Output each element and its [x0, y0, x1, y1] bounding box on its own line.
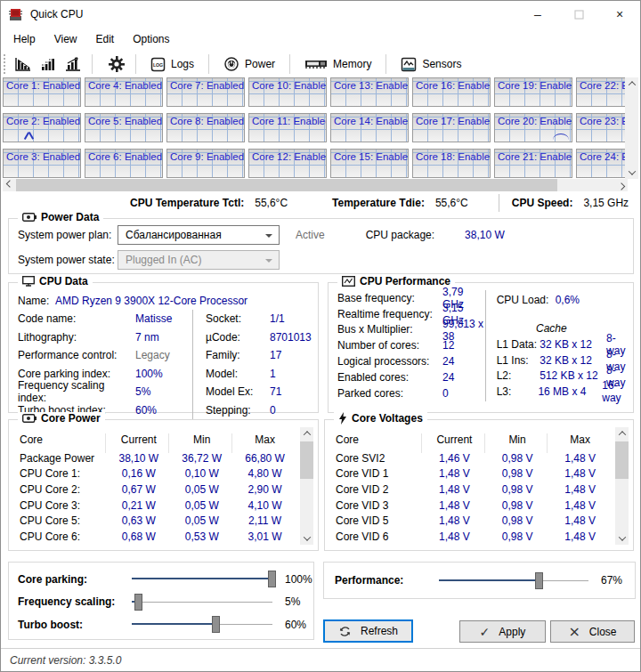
scroll-up-button[interactable]: [615, 427, 629, 440]
core-power-scrollbar[interactable]: [300, 427, 313, 545]
table-row: Core VID 3 1,48 V 0,98 V 1,48 V: [329, 498, 612, 514]
core-cell[interactable]: Core 8: Enabled: [166, 113, 245, 142]
table-row: Core VID 1 1,48 V 0,98 V 1,48 V: [329, 466, 612, 482]
chart-ascending-icon[interactable]: [38, 55, 58, 73]
core-cell-label: Core 18: Enabled: [413, 150, 490, 162]
current-value: 1,48 V: [423, 467, 486, 480]
cpu-data-row: Socket: 1/1: [206, 310, 318, 328]
core-grid-vertical-scrollbar[interactable]: [625, 77, 638, 179]
cache-size: 512 KB x 12: [540, 369, 606, 382]
slider[interactable]: [132, 571, 272, 587]
power-plan-select[interactable]: Сбалансированная: [118, 225, 280, 245]
menu-item[interactable]: Help: [13, 33, 36, 45]
vertical-scroll-thumb[interactable]: [300, 441, 313, 479]
performance-label: Performance:: [335, 574, 439, 587]
core-cell[interactable]: Core 17: Enabled: [412, 113, 491, 142]
row-value: 24: [442, 371, 454, 384]
sensors-button[interactable]: Sensors: [395, 54, 467, 75]
core-cell[interactable]: Core 24: Enabled: [576, 149, 627, 178]
core-cell[interactable]: Core 13: Enabled: [330, 77, 409, 107]
menu-item[interactable]: View: [54, 33, 77, 45]
close-action-button[interactable]: × Close: [550, 620, 635, 643]
core-cell[interactable]: Core 20: Enabled: [494, 113, 572, 142]
core-voltages-scrollbar[interactable]: [615, 427, 629, 545]
cpu-data-row: Model: 1: [206, 365, 318, 384]
table-row: Core SVI2 1,46 V 0,98 V 1,48 V: [329, 450, 612, 466]
cpu-data-row: Family: 17: [206, 346, 318, 365]
slider[interactable]: [132, 594, 272, 611]
settings-gear-icon[interactable]: [107, 55, 126, 73]
current-value: 0,63 W: [107, 514, 170, 527]
power-icon: [223, 56, 239, 72]
chart-trend-icon[interactable]: [63, 55, 83, 73]
core-cell[interactable]: Core 21: Enabled: [494, 149, 572, 178]
app-icon: [8, 7, 23, 22]
toolbar-separator: [289, 54, 290, 74]
memory-button[interactable]: Memory: [299, 55, 377, 73]
core-grid-horizontal-scrollbar[interactable]: [3, 179, 628, 191]
scroll-down-button[interactable]: [300, 532, 313, 545]
power-button[interactable]: Power: [218, 53, 280, 75]
core-cell[interactable]: Core 3: Enabled: [3, 149, 81, 178]
core-cell[interactable]: Core 10: Enabled: [248, 77, 327, 107]
row-label: Number of cores:: [337, 339, 442, 352]
core-cell[interactable]: Core 12: Enabled: [248, 149, 327, 178]
core-cell[interactable]: Core 9: Enabled: [166, 149, 245, 178]
row-label: Performance control:: [18, 349, 135, 361]
menu-item[interactable]: Options: [133, 33, 169, 45]
minimize-button[interactable]: –: [517, 1, 558, 28]
menu-item[interactable]: Edit: [95, 33, 114, 45]
row-label: Core parking index:: [18, 368, 135, 380]
slider[interactable]: [132, 616, 272, 633]
core-cell[interactable]: Core 23: Enabled: [576, 113, 627, 142]
core-cell[interactable]: Core 11: Enabled: [248, 113, 327, 142]
row-label: Base frequency:: [337, 292, 442, 304]
close-button[interactable]: ×: [599, 1, 640, 28]
scroll-down-button[interactable]: [615, 532, 629, 545]
scroll-right-button[interactable]: [614, 179, 628, 191]
scroll-down-button[interactable]: [625, 166, 638, 179]
core-cell[interactable]: Core 19: Enabled: [494, 77, 572, 107]
core-cell-label: Core 3: Enabled: [4, 150, 80, 162]
scroll-up-button[interactable]: [625, 77, 638, 90]
core-cell[interactable]: Core 14: Enabled: [330, 113, 409, 142]
current-value: 0,16 W: [107, 467, 170, 480]
slider-thumb[interactable]: [134, 594, 142, 611]
toolbar-grip[interactable]: [4, 54, 8, 74]
maximize-button[interactable]: [558, 1, 599, 28]
core-cell[interactable]: Core 2: Enabled: [3, 113, 81, 142]
slider-thumb[interactable]: [535, 572, 543, 589]
scroll-left-button[interactable]: [3, 179, 16, 191]
core-name: Core VID 5: [329, 514, 423, 527]
core-cell[interactable]: Core 15: Enabled: [330, 149, 409, 178]
table-row: Core VID 6 1,48 V 0,98 V 1,48 V: [329, 529, 612, 545]
slider-thumb[interactable]: [212, 616, 220, 633]
core-cell-label: Core 15: Enabled: [331, 150, 408, 162]
min-value: 0,10 W: [170, 467, 233, 480]
performance-slider[interactable]: [439, 572, 588, 589]
core-cell-label: Core 16: Enabled: [413, 78, 490, 91]
horizontal-scroll-thumb[interactable]: [16, 179, 557, 191]
cpu-performance-row: Parked cores: 0: [337, 385, 485, 401]
core-cell[interactable]: Core 18: Enabled: [412, 149, 491, 178]
core-cell[interactable]: Core 16: Enabled: [412, 77, 491, 107]
core-cell-label: Core 4: Enabled: [85, 78, 162, 91]
core-cell[interactable]: Core 22: Enabled: [576, 77, 627, 107]
apply-button[interactable]: ✓ Apply: [459, 620, 546, 643]
logs-button[interactable]: LOG Logs: [145, 54, 199, 75]
refresh-button[interactable]: Refresh: [323, 619, 413, 643]
table-row: Core VID 2 1,48 V 0,98 V 1,48 V: [329, 482, 612, 498]
core-cell[interactable]: Core 6: Enabled: [85, 149, 163, 178]
row-label: Bus x Multiplier:: [337, 323, 442, 336]
core-graph-spark: [553, 134, 569, 140]
core-cell[interactable]: Core 5: Enabled: [85, 113, 163, 142]
slider-thumb[interactable]: [268, 571, 276, 587]
scroll-up-button[interactable]: [300, 427, 313, 440]
core-power-group: Core Power Core Current Min Max Package …: [8, 419, 319, 551]
core-cell[interactable]: Core 4: Enabled: [85, 77, 163, 107]
vertical-scroll-thumb[interactable]: [615, 441, 629, 479]
core-cell[interactable]: Core 1: Enabled: [3, 77, 81, 107]
row-label: Model Ex:: [206, 385, 270, 398]
chart-pareto-icon[interactable]: [13, 55, 33, 73]
core-cell[interactable]: Core 7: Enabled: [166, 77, 245, 107]
